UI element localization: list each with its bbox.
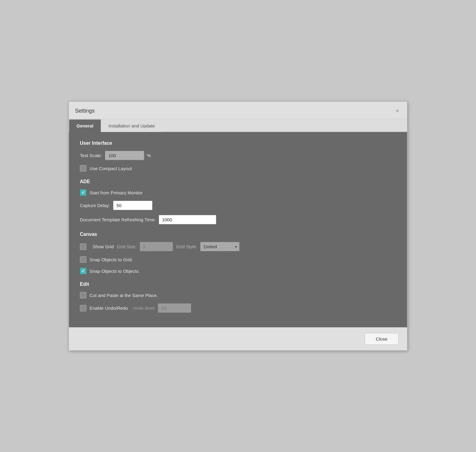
enable-undo-row: Enable Undo/Redo Undo level: [80,303,396,313]
undo-level-input[interactable] [158,303,191,313]
user-interface-section-title: User Interface [80,140,396,146]
grid-size-label: Grid Size: [117,244,137,249]
footer-bar: Close [69,327,407,350]
show-grid-checkbox[interactable] [80,243,86,250]
compact-layout-row: Use Compact Layout [80,165,396,172]
title-close-button[interactable]: × [394,107,401,114]
text-scale-input[interactable] [105,151,144,160]
snap-objects-label: Snap Objects to Objects. [90,269,140,274]
grid-style-label: Grid Style: [176,244,197,249]
enable-undo-label: Enable Undo/Redo [90,305,128,311]
grid-size-input[interactable] [140,242,173,251]
doc-template-input[interactable] [159,215,216,224]
snap-objects-row: Snap Objects to Objects. [80,268,396,274]
show-grid-row: Show Grid Grid Size: Grid Style: Dotted … [80,242,396,251]
snap-grid-label: Snap Objects to Grid. [90,257,133,262]
dialog-title: Settings [75,108,95,114]
cut-paste-checkbox[interactable] [80,292,86,299]
tabs-bar: General Installation and Update [69,119,407,132]
settings-dialog: Settings × General Installation and Upda… [69,101,407,351]
start-primary-checkbox[interactable] [80,189,86,196]
compact-layout-label: Use Compact Layout [90,166,132,171]
capture-delay-label: Capture Delay: [80,203,110,208]
ade-section-title: ADE [80,179,396,184]
doc-template-row: Document Template Refreshing Time: [80,215,396,224]
text-scale-unit: % [147,153,151,158]
tab-installation[interactable]: Installation and Update [101,119,162,132]
start-primary-row: Start from Primary Monitor [80,189,396,196]
snap-grid-checkbox[interactable] [80,256,86,263]
capture-delay-row: Capture Delay: [80,201,396,210]
text-scale-label: Text Scale: [80,153,102,158]
enable-undo-checkbox[interactable] [80,305,86,312]
cut-paste-row: Cut and Paste at the Same Place. [80,292,396,299]
capture-delay-input[interactable] [113,201,152,210]
close-dialog-button[interactable]: Close [365,333,399,345]
text-scale-row: Text Scale: % [80,151,396,160]
snap-grid-row: Snap Objects to Grid. [80,256,396,263]
grid-style-wrapper: Dotted Solid Dashed [200,242,240,251]
cut-paste-label: Cut and Paste at the Same Place. [90,293,158,298]
edit-section-title: Edit [80,282,396,287]
doc-template-label: Document Template Refreshing Time: [80,217,156,222]
compact-layout-checkbox[interactable] [80,165,86,172]
start-primary-label: Start from Primary Monitor [90,190,143,195]
show-grid-label: Show Grid [93,244,114,249]
title-bar: Settings × [69,102,407,119]
snap-objects-checkbox[interactable] [80,268,86,274]
undo-level-label: Undo level: [133,305,155,311]
canvas-section-title: Canvas [80,232,396,237]
grid-style-select[interactable]: Dotted Solid Dashed [200,242,240,251]
content-area: User Interface Text Scale: % Use Compact… [69,132,407,327]
tab-general[interactable]: General [69,119,101,132]
